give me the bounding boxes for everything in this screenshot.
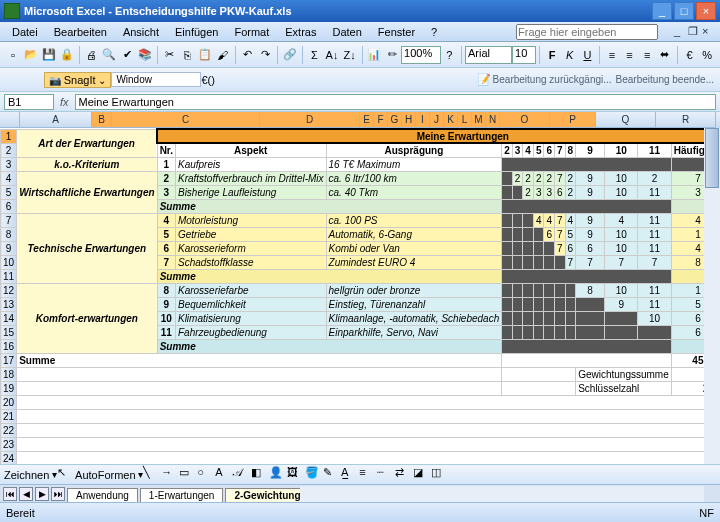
font-combo[interactable]: Arial (465, 46, 512, 64)
print-icon[interactable]: 🖨 (83, 45, 99, 65)
autosum-icon[interactable]: Σ (306, 45, 322, 65)
vertical-scrollbar[interactable] (704, 128, 720, 492)
research-icon[interactable]: 📚 (137, 45, 153, 65)
textbox-icon[interactable]: A (215, 466, 233, 484)
help-icon[interactable]: ? (442, 45, 458, 65)
align-right-icon[interactable]: ≡ (639, 45, 655, 65)
menu-extras[interactable]: Extras (277, 26, 324, 38)
undo-icon[interactable]: ↶ (240, 45, 256, 65)
fx-icon[interactable]: fx (60, 96, 69, 108)
3d-icon[interactable]: ◫ (431, 466, 449, 484)
rect-icon[interactable]: ▭ (179, 466, 197, 484)
arrow-icon[interactable]: → (161, 466, 179, 484)
preview-icon[interactable]: 🔍 (101, 45, 117, 65)
menu-datei[interactable]: Datei (4, 26, 46, 38)
menu-help[interactable]: ? (423, 26, 445, 38)
draw-menu[interactable]: Zeichnen (4, 469, 49, 481)
statusbar: Bereit NF (0, 502, 720, 522)
snagit-mode[interactable]: Window (111, 72, 201, 87)
titlebar: Microsoft Excel - Entscheidungshilfe PKW… (0, 0, 720, 22)
select-all[interactable] (0, 112, 20, 128)
snagit-button[interactable]: 📷 SnagIt ⌄ (44, 72, 111, 88)
cut-icon[interactable]: ✂ (162, 45, 178, 65)
menu-fenster[interactable]: Fenster (370, 26, 423, 38)
paste-icon[interactable]: 📋 (197, 45, 213, 65)
permission-icon[interactable]: 🔒 (59, 45, 75, 65)
new-icon[interactable]: ▫ (5, 45, 21, 65)
spell-icon[interactable]: ✔ (119, 45, 135, 65)
italic-icon[interactable]: K (562, 45, 578, 65)
doc-restore[interactable]: ❐ (688, 25, 702, 39)
currency-icon[interactable]: € (682, 45, 698, 65)
hdr-art[interactable]: Art der Erwartungen (17, 129, 158, 157)
track-changes-icon[interactable]: 📝 (477, 73, 491, 86)
help-search[interactable] (516, 24, 658, 40)
column-headers[interactable]: A B C D EFGHIJKLMN O P Q R (0, 112, 720, 128)
line-color-icon[interactable]: ✎ (323, 466, 341, 484)
align-center-icon[interactable]: ≡ (622, 45, 638, 65)
menu-einfuegen[interactable]: Einfügen (167, 26, 226, 38)
title-cell[interactable]: Meine Erwartungen (157, 129, 720, 143)
open-icon[interactable]: 📂 (23, 45, 39, 65)
tab-anwendung[interactable]: Anwendung (67, 488, 138, 502)
sort-asc-icon[interactable]: A↓ (324, 45, 340, 65)
tab-prev-icon[interactable]: ◀ (19, 487, 33, 501)
paren-right-icon[interactable]: ) (211, 74, 215, 86)
drawing-icon[interactable]: ✏ (384, 45, 400, 65)
align-left-icon[interactable]: ≡ (604, 45, 620, 65)
sheet-table[interactable]: 1 Art der Erwartungen Meine Erwartungen … (0, 128, 720, 492)
formula-bar: B1 fx Meine Erwartungen (0, 92, 720, 112)
tab-last-icon[interactable]: ⏭ (51, 487, 65, 501)
status-nf: NF (699, 507, 714, 519)
select-objects-icon[interactable]: ↖ (57, 466, 75, 484)
minimize-button[interactable]: _ (652, 2, 672, 20)
format-painter-icon[interactable]: 🖌 (215, 45, 231, 65)
toolbar-standard: ▫ 📂 💾 🔒 🖨 🔍 ✔ 📚 ✂ ⎘ 📋 🖌 ↶ ↷ 🔗 Σ A↓ Z↓ 📊 … (0, 42, 720, 68)
clipart-icon[interactable]: 👤 (269, 466, 287, 484)
merge-icon[interactable]: ⬌ (657, 45, 673, 65)
horizontal-scrollbar[interactable] (300, 486, 704, 502)
bold-icon[interactable]: F (544, 45, 560, 65)
close-button[interactable]: × (696, 2, 716, 20)
formula-input[interactable]: Meine Erwartungen (75, 94, 716, 110)
tab-first-icon[interactable]: ⏮ (3, 487, 17, 501)
menu-format[interactable]: Format (226, 26, 277, 38)
picture-icon[interactable]: 🖼 (287, 466, 305, 484)
doc-close[interactable]: × (702, 25, 716, 39)
font-color-icon[interactable]: A̲ (341, 466, 359, 484)
toolbar-drawing: Zeichnen ▾ ↖ AutoFormen ▾ ╲ → ▭ ○ A 𝒜 ◧ … (0, 464, 720, 484)
name-box[interactable]: B1 (4, 94, 54, 110)
fontsize-combo[interactable]: 10 (512, 46, 536, 64)
arrow-style-icon[interactable]: ⇄ (395, 466, 413, 484)
save-icon[interactable]: 💾 (41, 45, 57, 65)
diagram-icon[interactable]: ◧ (251, 466, 269, 484)
copy-icon[interactable]: ⎘ (179, 45, 195, 65)
oval-icon[interactable]: ○ (197, 466, 215, 484)
line-icon[interactable]: ╲ (143, 466, 161, 484)
maximize-button[interactable]: □ (674, 2, 694, 20)
track-revert[interactable]: Bearbeitung zurückgängi... (493, 74, 612, 85)
shadow-icon[interactable]: ◪ (413, 466, 431, 484)
menu-daten[interactable]: Daten (324, 26, 369, 38)
sort-desc-icon[interactable]: Z↓ (342, 45, 358, 65)
redo-icon[interactable]: ↷ (257, 45, 273, 65)
menu-bearbeiten[interactable]: Bearbeiten (46, 26, 115, 38)
fill-color-icon[interactable]: 🪣 (305, 466, 323, 484)
chart-icon[interactable]: 📊 (366, 45, 382, 65)
window-title: Microsoft Excel - Entscheidungshilfe PKW… (24, 5, 650, 17)
link-icon[interactable]: 🔗 (282, 45, 298, 65)
autoshapes-menu[interactable]: AutoFormen (75, 469, 136, 481)
menu-ansicht[interactable]: Ansicht (115, 26, 167, 38)
wordart-icon[interactable]: 𝒜 (233, 466, 251, 484)
doc-minimize[interactable]: _ (674, 25, 688, 39)
tab-gewichtung[interactable]: 2-Gewichtung (225, 488, 309, 502)
tab-erwartungen[interactable]: 1-Erwartungen (140, 488, 224, 502)
worksheet-grid[interactable]: A B C D EFGHIJKLMN O P Q R 1 Art der Erw… (0, 112, 720, 492)
percent-icon[interactable]: % (699, 45, 715, 65)
zoom-combo[interactable]: 100% (401, 46, 441, 64)
dash-style-icon[interactable]: ┈ (377, 466, 395, 484)
tab-next-icon[interactable]: ▶ (35, 487, 49, 501)
line-style-icon[interactable]: ≡ (359, 466, 377, 484)
track-end[interactable]: Bearbeitung beende... (616, 74, 714, 85)
underline-icon[interactable]: U (580, 45, 596, 65)
